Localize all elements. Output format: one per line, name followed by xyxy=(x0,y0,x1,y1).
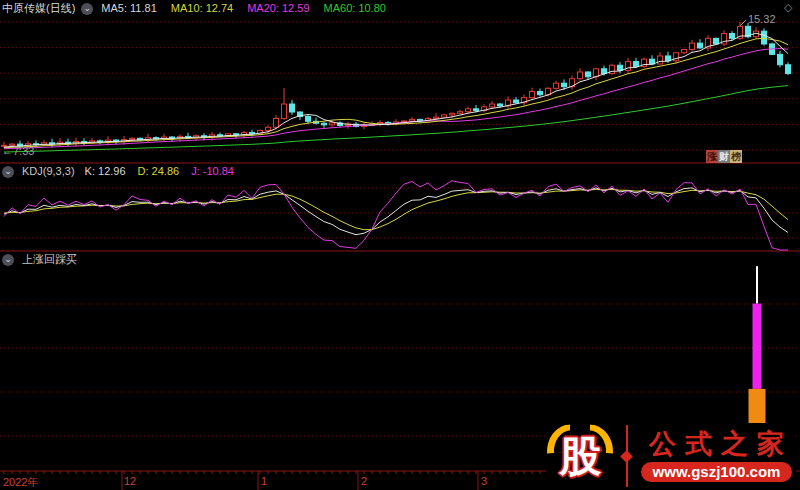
diamond-icon[interactable]: ◇ xyxy=(784,1,792,14)
kdj-indicator-title: KDJ(9,3,3) xyxy=(22,165,75,178)
logo-site-url: www.gszj100.com xyxy=(641,462,793,482)
cai-badge[interactable]: 财 xyxy=(718,150,730,163)
signal-panel-header: ⌄ 上涨回踩买 xyxy=(2,253,77,266)
bull-gu-character: 股 xyxy=(559,434,601,480)
kdj-panel-header: ⌄ KDJ(9,3,3) K: 12.96 D: 24.86 J: -10.84 xyxy=(2,165,246,178)
main-chart-header: 中原传媒(日线) ⌄ MA5: 11.81 MA10: 12.74 MA20: … xyxy=(2,2,400,15)
candlestick-chart-canvas[interactable] xyxy=(0,0,800,490)
collapse-signal-icon[interactable]: ⌄ xyxy=(2,254,14,266)
stock-flag-badges[interactable]: 涨 财 榜 xyxy=(706,150,742,163)
axis-label-year: 2022年 xyxy=(3,475,38,490)
ma60-value: MA60: 10.80 xyxy=(324,2,386,15)
min-price-label: ←7.33 xyxy=(2,145,34,157)
kdj-j-value: J: -10.84 xyxy=(191,165,234,178)
axis-label-feb: 2 xyxy=(361,475,367,487)
ma20-value: MA20: 12.59 xyxy=(247,2,309,15)
kdj-d-value: D: 24.86 xyxy=(138,165,180,178)
max-price-label: 15.32 xyxy=(748,13,776,25)
ma10-value: MA10: 12.74 xyxy=(171,2,233,15)
logo-site-name: 公式之家 xyxy=(640,430,793,458)
signal-indicator-title: 上涨回踩买 xyxy=(22,253,77,266)
axis-label-dec: 12 xyxy=(124,475,136,487)
axis-label-mar: 3 xyxy=(481,475,487,487)
collapse-panel-icon[interactable]: ⌄ xyxy=(81,3,93,15)
bull-head-icon: 股 xyxy=(548,426,612,486)
logo-diamond-icon xyxy=(620,450,633,463)
axis-label-jan: 1 xyxy=(261,475,267,487)
ma5-value: MA5: 11.81 xyxy=(101,2,156,15)
gszj-watermark-logo: 股 公式之家 www.gszj100.com xyxy=(546,423,796,489)
logo-divider xyxy=(620,425,634,487)
collapse-kdj-icon[interactable]: ⌄ xyxy=(2,166,14,178)
kdj-k-value: K: 12.96 xyxy=(85,165,126,178)
stock-title: 中原传媒(日线) xyxy=(2,2,75,15)
bang-badge[interactable]: 榜 xyxy=(730,150,742,163)
stock-chart-window: 中原传媒(日线) ⌄ MA5: 11.81 MA10: 12.74 MA20: … xyxy=(0,0,800,490)
zhang-badge[interactable]: 涨 xyxy=(706,150,718,163)
